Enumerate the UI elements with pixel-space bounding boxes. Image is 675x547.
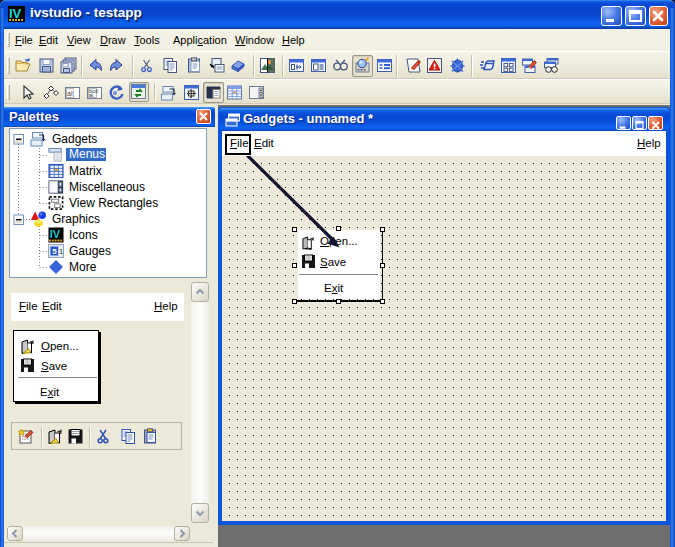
svg-text:ai: ai	[89, 92, 93, 98]
svg-text:1: 1	[59, 247, 64, 256]
svg-text:IV: IV	[50, 228, 61, 240]
svg-text:5: 5	[52, 247, 57, 256]
svg-text:al: al	[67, 90, 73, 97]
svg-text:IV: IV	[9, 6, 22, 21]
